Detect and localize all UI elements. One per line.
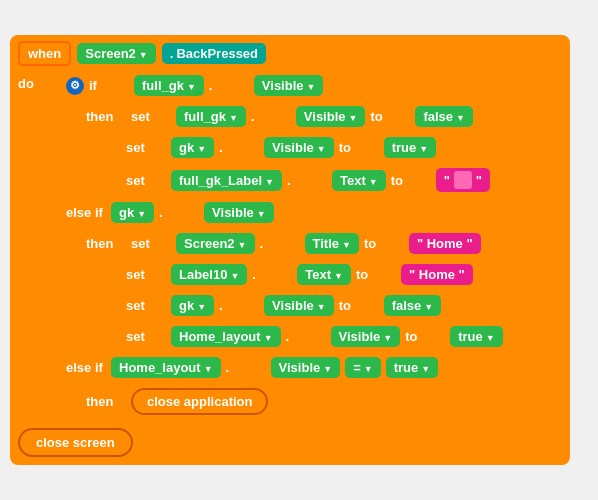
full-gk-label-dropdown[interactable] (265, 173, 274, 188)
true-dropdown-3[interactable] (421, 360, 430, 375)
true-block-2[interactable]: true (450, 326, 502, 347)
dot9: . (286, 329, 326, 344)
false-label-2: false (392, 298, 422, 313)
false-block-2[interactable]: false (384, 295, 442, 316)
set-row-3: set full_gk_Label . Text to " " (126, 168, 503, 192)
if-row-1: ⚙ if full_gk . Visible (66, 75, 503, 96)
label10-dropdown[interactable] (230, 267, 239, 282)
title-dropdown[interactable] (342, 236, 351, 251)
text-dropdown-1[interactable] (369, 173, 378, 188)
visible-dropdown-2[interactable] (349, 109, 358, 124)
true-block-1[interactable]: true (384, 137, 436, 158)
close-screen-label: close screen (36, 435, 115, 450)
true-block-3[interactable]: true (386, 357, 438, 378)
workspace: when Screen2 . BackPressed do ⚙ if full_… (0, 25, 598, 475)
gk-label-2: gk (119, 205, 134, 220)
full-gk-block-2[interactable]: full_gk (176, 106, 246, 127)
eq-block[interactable]: = (345, 357, 381, 378)
dot6: . (260, 236, 300, 251)
set-label-5: set (126, 267, 166, 282)
to-label-1: to (370, 109, 410, 124)
label10-block[interactable]: Label10 (171, 264, 247, 285)
home-layout-dropdown-1[interactable] (264, 329, 273, 344)
visible-dropdown-3[interactable] (317, 140, 326, 155)
screen2-block-2[interactable]: Screen2 (176, 233, 255, 254)
visible-block-5[interactable]: Visible (264, 295, 334, 316)
visible-block-4[interactable]: Visible (204, 202, 274, 223)
gk-dropdown-1[interactable] (197, 140, 206, 155)
visible-block-6[interactable]: Visible (331, 326, 401, 347)
gk-block-1[interactable]: gk (171, 137, 214, 158)
close-screen-button[interactable]: close screen (18, 428, 133, 457)
false-block-1[interactable]: false (415, 106, 473, 127)
full-gk-label-block[interactable]: full_gk_Label (171, 170, 282, 191)
eq-label: = (353, 360, 361, 375)
true-dropdown-2[interactable] (486, 329, 495, 344)
else-if-label-2: else if (66, 360, 106, 375)
title-label: Title (313, 236, 340, 251)
visible-block-1[interactable]: Visible (254, 75, 324, 96)
if-label-1: if (89, 78, 129, 93)
visible-label-5: Visible (272, 298, 314, 313)
dot5: . (159, 205, 199, 220)
gk-dropdown-3[interactable] (197, 298, 206, 313)
then-row-2: then set Screen2 . Title to " Home " (86, 233, 503, 254)
gk-label-1: gk (179, 140, 194, 155)
visible-dropdown-4[interactable] (257, 205, 266, 220)
home-layout-label-2: Home_layout (119, 360, 201, 375)
gk-block-2[interactable]: gk (111, 202, 154, 223)
screen2-dropdown[interactable] (139, 46, 148, 61)
visible-label-3: Visible (272, 140, 314, 155)
screen2-label-2: Screen2 (184, 236, 235, 251)
screen2-dropdown-2[interactable] (238, 236, 247, 251)
gk-block-3[interactable]: gk (171, 295, 214, 316)
visible-dropdown-6[interactable] (383, 329, 392, 344)
eq-dropdown[interactable] (364, 360, 373, 375)
visible-block-3[interactable]: Visible (264, 137, 334, 158)
then-row-1: then set full_gk . Visible to false (86, 106, 503, 127)
visible-dropdown-1[interactable] (307, 78, 316, 93)
text-label-1: Text (340, 173, 366, 188)
true-label-2: true (458, 329, 483, 344)
dot4: . (287, 173, 327, 188)
text-dropdown-2[interactable] (334, 267, 343, 282)
false-dropdown-1[interactable] (456, 109, 465, 124)
text-block-1[interactable]: Text (332, 170, 386, 191)
quote-close-1: " (476, 173, 482, 188)
false-dropdown-2[interactable] (424, 298, 433, 313)
home-layout-block-2[interactable]: Home_layout (111, 357, 221, 378)
visible-dropdown-7[interactable] (323, 360, 332, 375)
visible-block-7[interactable]: Visible (271, 357, 341, 378)
set-row-5: set Label10 . Text to " Home " (126, 264, 503, 285)
screen2-label: Screen2 (85, 46, 136, 61)
full-gk-dropdown-2[interactable] (229, 109, 238, 124)
else-if-label-1: else if (66, 205, 106, 220)
text-block-2[interactable]: Text (297, 264, 351, 285)
dot8: . (219, 298, 259, 313)
event-label: BackPressed (176, 46, 258, 61)
quote-open-1: " (444, 173, 450, 188)
visible-block-2[interactable]: Visible (296, 106, 366, 127)
dot10: . (226, 360, 266, 375)
full-gk-dropdown[interactable] (187, 78, 196, 93)
full-gk-label-2: full_gk (184, 109, 226, 124)
set-label-7: set (126, 329, 166, 344)
close-application-button[interactable]: close application (131, 388, 268, 415)
close-screen-row: close screen (18, 424, 562, 457)
full-gk-block[interactable]: full_gk (134, 75, 204, 96)
when-label: when (18, 41, 71, 66)
false-label-1: false (423, 109, 453, 124)
pink-square-icon (454, 171, 472, 189)
then-label-3: then (86, 394, 126, 409)
title-block[interactable]: Title (305, 233, 359, 254)
home-layout-block-1[interactable]: Home_layout (171, 326, 281, 347)
home-layout-dropdown-2[interactable] (204, 360, 213, 375)
to-label-7: to (405, 329, 445, 344)
visible-dropdown-5[interactable] (317, 298, 326, 313)
do-label: do (18, 76, 58, 91)
gk-dropdown-2[interactable] (137, 205, 146, 220)
to-label-6: to (339, 298, 379, 313)
else-if-row-1: else if gk . Visible (66, 202, 503, 223)
true-dropdown-1[interactable] (419, 140, 428, 155)
visible-label-7: Visible (279, 360, 321, 375)
